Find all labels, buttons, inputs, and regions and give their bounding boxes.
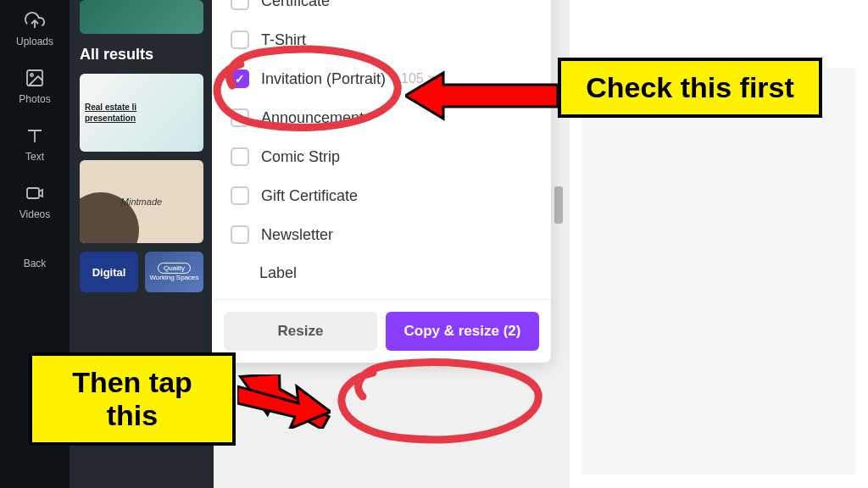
sidebar-item-photos[interactable]: Photos	[0, 58, 70, 115]
scrollbar-thumb[interactable]	[554, 186, 563, 224]
option-gift-certificate[interactable]: Gift Certificate	[212, 176, 551, 215]
option-label: Certificate	[261, 0, 330, 10]
canvas[interactable]	[581, 68, 856, 474]
video-icon	[25, 183, 45, 203]
copy-resize-button[interactable]: Copy & resize (2)	[386, 312, 539, 351]
resize-dropdown: Certificate T-Shirt Invitation (Portrait…	[212, 0, 551, 363]
dropdown-footer: Resize Copy & resize (2)	[212, 299, 551, 363]
photo-icon	[25, 68, 45, 88]
thumb-badge: Quality	[158, 263, 191, 274]
checkbox-icon[interactable]	[231, 108, 249, 127]
arrow-icon	[237, 374, 331, 429]
arrow-icon	[405, 66, 558, 125]
template-thumbnail[interactable]: Real estate li presentation	[80, 74, 203, 152]
option-newsletter[interactable]: Newsletter	[212, 215, 551, 254]
option-label: Comic Strip	[261, 148, 340, 166]
resize-button[interactable]: Resize	[224, 312, 377, 351]
sidebar-item-text[interactable]: Text	[0, 115, 70, 173]
upload-icon	[25, 10, 45, 30]
svg-marker-3	[405, 73, 558, 119]
thumb-title: presentation	[85, 113, 198, 124]
section-header: All results	[80, 46, 203, 64]
template-thumbnail[interactable]: Mintmade	[80, 160, 203, 243]
option-label: Invitation (Portrait)	[261, 70, 386, 88]
circle-annotation-icon	[322, 356, 551, 449]
thumb-title: Real estate li	[85, 102, 198, 113]
sidebar-item-uploads[interactable]: Uploads	[0, 0, 70, 58]
sidebar-item-back[interactable]: Back	[0, 247, 70, 280]
option-label: Newsletter	[261, 226, 333, 244]
svg-point-1	[31, 74, 33, 76]
checkbox-checked-icon[interactable]	[231, 69, 249, 88]
option-tshirt[interactable]: T-Shirt	[212, 20, 551, 59]
annotation-check-first: Check this first	[558, 58, 822, 118]
sidebar-label: Uploads	[16, 36, 53, 47]
sidebar-item-videos[interactable]: Videos	[0, 173, 70, 230]
sidebar-label: Photos	[19, 93, 50, 105]
svg-rect-2	[27, 188, 39, 198]
template-thumbnail[interactable]: Digital	[80, 252, 138, 292]
option-label: Gift Certificate	[261, 187, 358, 205]
option-certificate[interactable]: Certificate	[212, 0, 551, 20]
checkbox-icon[interactable]	[231, 225, 249, 244]
checkbox-icon[interactable]	[231, 186, 249, 205]
checkbox-icon[interactable]	[231, 0, 249, 10]
sidebar-label: Text	[25, 151, 44, 163]
checkbox-icon[interactable]	[231, 147, 249, 166]
option-comic-strip[interactable]: Comic Strip	[212, 137, 551, 176]
resize-options-list[interactable]: Certificate T-Shirt Invitation (Portrait…	[212, 0, 551, 299]
thumb-title: Digital	[92, 266, 126, 279]
sidebar-label: Back	[24, 258, 47, 269]
option-label[interactable]: Label	[212, 254, 551, 292]
text-icon	[25, 125, 45, 146]
option-label: T-Shirt	[261, 31, 306, 49]
thumb-title: Mintmade	[121, 197, 162, 207]
checkbox-icon[interactable]	[231, 30, 249, 49]
template-thumbnail[interactable]	[80, 0, 203, 34]
sidebar-label: Videos	[19, 208, 50, 220]
annotation-then-tap: Then tap this	[29, 352, 236, 446]
template-thumbnail[interactable]: Quality Working Spaces	[145, 252, 203, 292]
option-label: Label	[259, 264, 297, 282]
thumb-title: Working Spaces	[149, 274, 198, 281]
option-label: Announcement	[261, 109, 364, 127]
